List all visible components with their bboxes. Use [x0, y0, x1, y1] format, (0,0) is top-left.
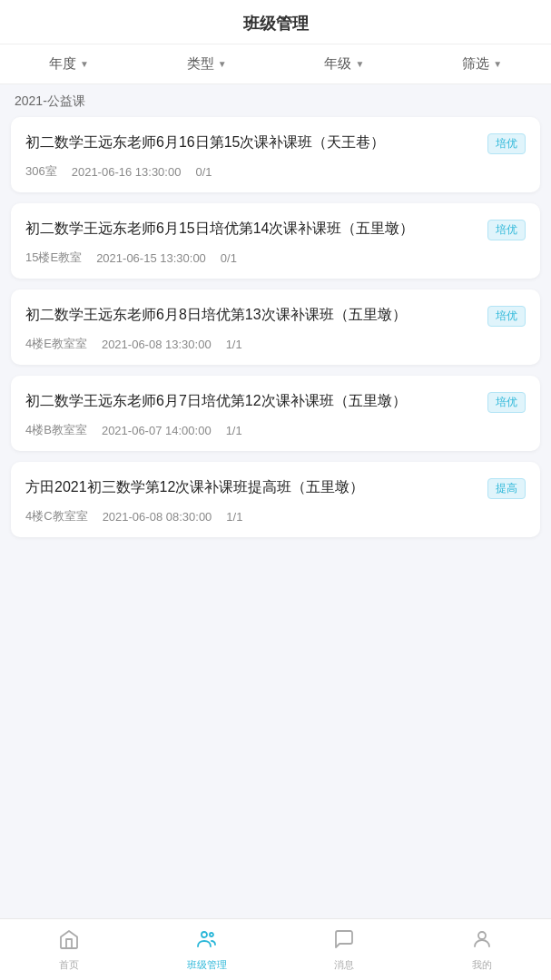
filter-grade-label: 年级: [324, 55, 351, 73]
card-badge: 培优: [487, 220, 526, 240]
list-item[interactable]: 方田2021初三数学第12次课补课班提高班（五里墩） 提高 4楼C教室室 202…: [11, 462, 540, 537]
card-badge: 培优: [487, 133, 526, 154]
filter-year-label: 年度: [49, 55, 76, 73]
message-icon: [333, 928, 355, 956]
list-item[interactable]: 初二数学王远东老师6月16日第15次课补课班（天王巷） 培优 306室 2021…: [11, 117, 540, 192]
filter-grade[interactable]: 年级 ▼: [324, 55, 364, 73]
card-room: 4楼C教室室: [25, 508, 88, 524]
card-room: 15楼E教室: [25, 250, 82, 266]
list-item[interactable]: 初二数学王远东老师6月7日培优第12次课补课班（五里墩） 培优 4楼B教室室 2…: [11, 376, 540, 451]
card-date: 2021-06-08 08:30:00: [103, 510, 212, 524]
nav-item-mine[interactable]: 我的: [413, 928, 551, 972]
chevron-down-icon: ▼: [80, 59, 89, 69]
filter-type[interactable]: 类型 ▼: [187, 55, 227, 73]
nav-message-label: 消息: [334, 958, 354, 972]
chevron-down-icon: ▼: [493, 59, 502, 69]
card-count: 1/1: [226, 424, 242, 437]
card-room: 4楼E教室室: [25, 336, 87, 352]
filter-bar: 年度 ▼ 类型 ▼ 年级 ▼ 筛选 ▼: [0, 44, 551, 84]
card-date: 2021-06-08 13:30:00: [102, 338, 212, 351]
filter-year[interactable]: 年度 ▼: [49, 55, 89, 73]
nav-item-message[interactable]: 消息: [276, 928, 414, 972]
card-room: 306室: [25, 163, 57, 180]
filter-screen[interactable]: 筛选 ▼: [462, 55, 502, 73]
card-count: 0/1: [195, 165, 212, 179]
nav-class-label: 班级管理: [187, 958, 227, 972]
home-icon: [58, 928, 80, 956]
card-title: 初二数学王远东老师6月16日第15次课补课班（天王巷）: [25, 132, 480, 153]
bottom-nav: 首页 班级管理 消息 我的: [0, 918, 551, 980]
nav-item-class[interactable]: 班级管理: [138, 928, 276, 972]
filter-screen-label: 筛选: [462, 55, 489, 73]
card-date: 2021-06-16 13:30:00: [72, 165, 182, 179]
card-badge: 培优: [487, 306, 526, 327]
card-badge: 提高: [487, 478, 526, 499]
mine-icon: [471, 928, 493, 956]
card-title: 方田2021初三数学第12次课补课班提高班（五里墩）: [25, 476, 480, 498]
svg-point-2: [478, 932, 486, 939]
nav-item-home[interactable]: 首页: [0, 928, 138, 972]
card-date: 2021-06-15 13:30:00: [96, 251, 206, 265]
card-count: 0/1: [221, 251, 237, 265]
card-date: 2021-06-07 14:00:00: [102, 424, 212, 437]
svg-point-0: [202, 932, 207, 937]
page-title: 班级管理: [243, 15, 309, 33]
nav-mine-label: 我的: [472, 958, 492, 972]
card-room: 4楼B教室室: [25, 422, 87, 438]
section-label: 2021-公益课: [0, 84, 551, 117]
card-title: 初二数学王远东老师6月8日培优第13次课补课班（五里墩）: [25, 304, 480, 326]
card-badge: 培优: [487, 392, 526, 413]
svg-point-1: [210, 933, 213, 936]
card-title: 初二数学王远东老师6月15日培优第14次课补课班（五里墩）: [25, 218, 480, 240]
card-title: 初二数学王远东老师6月7日培优第12次课补课班（五里墩）: [25, 390, 480, 412]
chevron-down-icon: ▼: [218, 59, 227, 69]
list-item[interactable]: 初二数学王远东老师6月15日培优第14次课补课班（五里墩） 培优 15楼E教室 …: [11, 203, 540, 279]
class-icon: [196, 928, 218, 956]
header: 班级管理: [0, 0, 551, 44]
card-list: 初二数学王远东老师6月16日第15次课补课班（天王巷） 培优 306室 2021…: [0, 117, 551, 610]
list-item[interactable]: 初二数学王远东老师6月8日培优第13次课补课班（五里墩） 培优 4楼E教室室 2…: [11, 289, 540, 365]
nav-home-label: 首页: [59, 958, 79, 972]
chevron-down-icon: ▼: [355, 59, 364, 69]
card-count: 1/1: [226, 338, 242, 351]
filter-type-label: 类型: [187, 55, 214, 73]
card-count: 1/1: [226, 510, 242, 524]
